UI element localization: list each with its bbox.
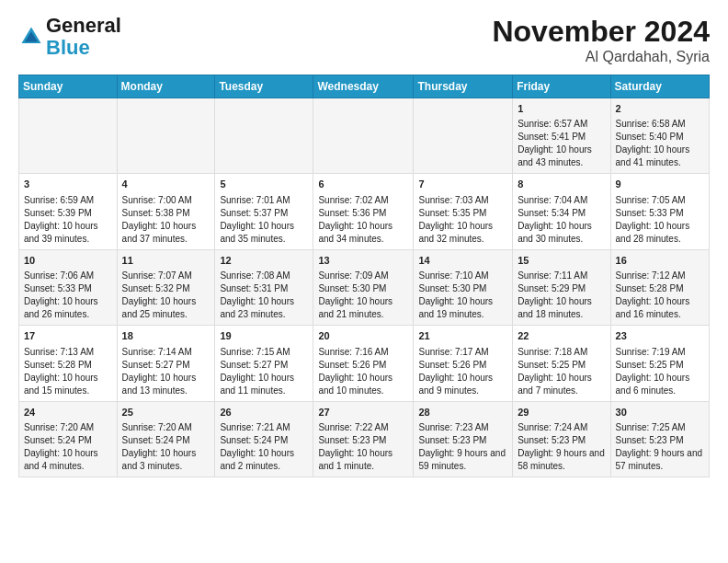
day-cell: 13Sunrise: 7:09 AMSunset: 5:30 PMDayligh… bbox=[313, 249, 414, 325]
day-cell bbox=[414, 98, 513, 174]
day-number: 28 bbox=[418, 406, 507, 419]
day-info: Daylight: 10 hours and 21 minutes. bbox=[318, 295, 408, 321]
day-cell: 14Sunrise: 7:10 AMSunset: 5:30 PMDayligh… bbox=[414, 249, 513, 325]
day-number: 7 bbox=[418, 178, 507, 191]
day-info: Daylight: 10 hours and 7 minutes. bbox=[518, 372, 605, 397]
day-info: Daylight: 9 hours and 57 minutes. bbox=[616, 447, 704, 473]
day-info: Daylight: 10 hours and 37 minutes. bbox=[122, 220, 210, 246]
day-info: Daylight: 10 hours and 25 minutes. bbox=[122, 295, 210, 321]
day-info: Daylight: 10 hours and 18 minutes. bbox=[518, 295, 605, 321]
day-info: Daylight: 10 hours and 10 minutes. bbox=[318, 372, 408, 397]
day-number: 17 bbox=[24, 329, 112, 343]
day-info: Daylight: 10 hours and 4 minutes. bbox=[24, 447, 112, 473]
day-info: Sunrise: 7:17 AM bbox=[418, 346, 507, 359]
day-info: Sunrise: 7:23 AM bbox=[418, 421, 507, 434]
day-info: Daylight: 10 hours and 9 minutes. bbox=[418, 372, 507, 397]
day-info: Sunrise: 7:18 AM bbox=[518, 346, 605, 359]
day-number: 13 bbox=[318, 254, 408, 268]
day-info: Sunset: 5:37 PM bbox=[220, 207, 308, 220]
week-row-5: 24Sunrise: 7:20 AMSunset: 5:24 PMDayligh… bbox=[19, 401, 710, 477]
day-cell: 10Sunrise: 7:06 AMSunset: 5:33 PMDayligh… bbox=[19, 249, 118, 325]
day-info: Sunrise: 7:08 AM bbox=[220, 270, 308, 282]
day-number: 11 bbox=[122, 254, 210, 268]
day-info: Sunset: 5:33 PM bbox=[616, 207, 704, 220]
day-info: Sunset: 5:23 PM bbox=[518, 434, 605, 447]
day-number: 29 bbox=[518, 406, 605, 419]
day-info: Sunrise: 7:02 AM bbox=[318, 194, 408, 207]
day-info: Sunrise: 7:04 AM bbox=[518, 194, 605, 207]
month-title: November 2024 bbox=[492, 15, 710, 49]
day-info: Sunrise: 7:14 AM bbox=[122, 346, 210, 359]
day-info: Sunrise: 7:12 AM bbox=[616, 270, 704, 282]
day-info: Daylight: 10 hours and 11 minutes. bbox=[220, 372, 308, 397]
day-info: Daylight: 10 hours and 34 minutes. bbox=[318, 220, 408, 246]
location-title: Al Qardahah, Syria bbox=[492, 49, 710, 65]
day-cell bbox=[215, 98, 313, 174]
day-info: Sunrise: 7:15 AM bbox=[220, 346, 308, 359]
day-info: Sunset: 5:25 PM bbox=[616, 359, 704, 372]
day-info: Sunset: 5:40 PM bbox=[616, 131, 704, 144]
day-info: Sunrise: 7:01 AM bbox=[220, 194, 308, 207]
day-info: Sunset: 5:26 PM bbox=[318, 359, 408, 372]
week-row-1: 1Sunrise: 6:57 AMSunset: 5:41 PMDaylight… bbox=[19, 98, 710, 174]
week-row-2: 3Sunrise: 6:59 AMSunset: 5:39 PMDaylight… bbox=[19, 174, 710, 249]
day-info: Sunset: 5:29 PM bbox=[518, 282, 605, 295]
col-wednesday: Wednesday bbox=[313, 75, 414, 98]
day-info: Daylight: 10 hours and 2 minutes. bbox=[220, 447, 308, 473]
day-number: 23 bbox=[616, 329, 704, 343]
day-info: Daylight: 10 hours and 26 minutes. bbox=[24, 295, 112, 321]
col-thursday: Thursday bbox=[414, 75, 513, 98]
day-number: 20 bbox=[318, 329, 408, 343]
day-cell: 21Sunrise: 7:17 AMSunset: 5:26 PMDayligh… bbox=[414, 326, 513, 401]
day-info: Sunrise: 7:24 AM bbox=[518, 421, 605, 434]
day-cell: 18Sunrise: 7:14 AMSunset: 5:27 PMDayligh… bbox=[117, 326, 215, 401]
day-info: Sunset: 5:25 PM bbox=[518, 359, 605, 372]
day-number: 26 bbox=[220, 406, 308, 419]
day-info: Daylight: 10 hours and 30 minutes. bbox=[518, 220, 605, 246]
col-sunday: Sunday bbox=[19, 75, 118, 98]
day-info: Daylight: 10 hours and 39 minutes. bbox=[24, 220, 112, 246]
week-row-4: 17Sunrise: 7:13 AMSunset: 5:28 PMDayligh… bbox=[19, 326, 710, 401]
day-info: Sunset: 5:30 PM bbox=[318, 282, 408, 295]
day-info: Sunset: 5:28 PM bbox=[616, 282, 704, 295]
day-number: 30 bbox=[616, 406, 704, 419]
day-cell: 19Sunrise: 7:15 AMSunset: 5:27 PMDayligh… bbox=[215, 326, 313, 401]
day-info: Sunset: 5:23 PM bbox=[318, 434, 408, 447]
day-number: 27 bbox=[318, 406, 408, 419]
day-cell: 27Sunrise: 7:22 AMSunset: 5:23 PMDayligh… bbox=[313, 401, 414, 477]
day-cell: 1Sunrise: 6:57 AMSunset: 5:41 PMDaylight… bbox=[513, 98, 610, 174]
day-info: Sunrise: 7:13 AM bbox=[24, 346, 112, 359]
day-info: Sunrise: 7:25 AM bbox=[616, 421, 704, 434]
day-cell: 9Sunrise: 7:05 AMSunset: 5:33 PMDaylight… bbox=[610, 174, 709, 249]
page: General Blue November 2024 Al Qardahah, … bbox=[0, 0, 728, 487]
day-info: Daylight: 9 hours and 59 minutes. bbox=[418, 447, 507, 473]
day-info: Sunrise: 7:22 AM bbox=[318, 421, 408, 434]
day-cell: 20Sunrise: 7:16 AMSunset: 5:26 PMDayligh… bbox=[313, 326, 414, 401]
day-cell bbox=[117, 98, 215, 174]
day-info: Sunrise: 7:03 AM bbox=[418, 194, 507, 207]
header-row: Sunday Monday Tuesday Wednesday Thursday… bbox=[19, 75, 710, 98]
day-info: Sunset: 5:31 PM bbox=[220, 282, 308, 295]
day-number: 4 bbox=[122, 178, 210, 191]
day-cell: 5Sunrise: 7:01 AMSunset: 5:37 PMDaylight… bbox=[215, 174, 313, 249]
day-info: Sunset: 5:28 PM bbox=[24, 359, 112, 372]
logo-icon bbox=[18, 24, 44, 50]
day-info: Sunset: 5:27 PM bbox=[122, 359, 210, 372]
day-info: Daylight: 10 hours and 3 minutes. bbox=[122, 447, 210, 473]
col-tuesday: Tuesday bbox=[215, 75, 313, 98]
col-saturday: Saturday bbox=[610, 75, 709, 98]
day-number: 9 bbox=[616, 178, 704, 191]
day-info: Sunset: 5:35 PM bbox=[418, 207, 507, 220]
day-info: Daylight: 10 hours and 6 minutes. bbox=[616, 372, 704, 397]
day-info: Daylight: 9 hours and 58 minutes. bbox=[518, 447, 605, 473]
day-cell: 6Sunrise: 7:02 AMSunset: 5:36 PMDaylight… bbox=[313, 174, 414, 249]
day-info: Daylight: 10 hours and 43 minutes. bbox=[518, 144, 605, 169]
day-info: Sunrise: 6:57 AM bbox=[518, 118, 605, 131]
day-info: Sunrise: 7:00 AM bbox=[122, 194, 210, 207]
day-number: 14 bbox=[418, 254, 507, 268]
day-cell: 4Sunrise: 7:00 AMSunset: 5:38 PMDaylight… bbox=[117, 174, 215, 249]
day-info: Sunrise: 7:21 AM bbox=[220, 421, 308, 434]
day-number: 12 bbox=[220, 254, 308, 268]
day-info: Sunrise: 7:16 AM bbox=[318, 346, 408, 359]
day-info: Sunset: 5:27 PM bbox=[220, 359, 308, 372]
